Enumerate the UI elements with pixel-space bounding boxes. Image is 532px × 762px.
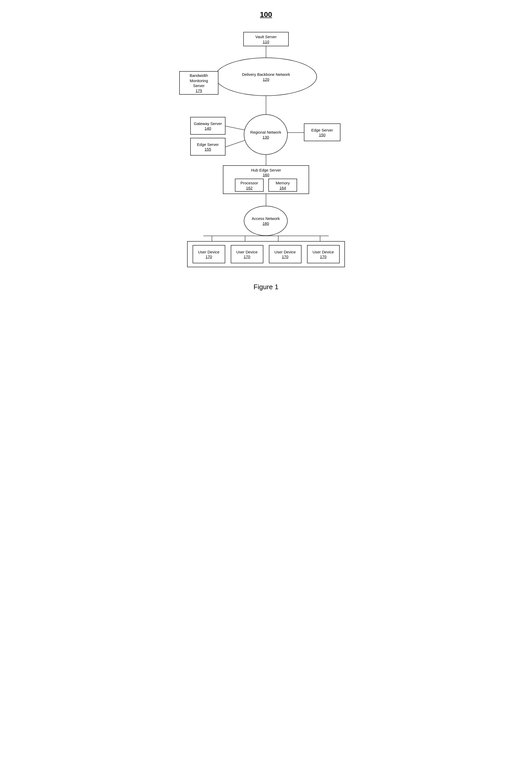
vault-server-id: 110 [263, 39, 269, 44]
user-device-3-label: User Device [274, 250, 296, 255]
vault-server-label: Vault Server [255, 34, 277, 39]
regional-network-label: Regional Network [250, 130, 281, 135]
processor-node: Processor 162 [235, 179, 264, 192]
vault-server-node: Vault Server 110 [243, 32, 289, 46]
delivery-backbone-node: Delivery Backbone Network 120 [215, 57, 317, 96]
svg-line-3 [226, 126, 244, 130]
access-network-label: Access Network [252, 216, 280, 221]
edge-server-155-id: 155 [205, 147, 211, 151]
bandwidth-monitoring-id: 175 [195, 88, 202, 93]
gateway-server-label: Gateway Server [194, 121, 222, 126]
user-device-4-node: User Device 170 [307, 245, 340, 263]
regional-network-node: Regional Network 130 [244, 114, 288, 155]
delivery-backbone-label: Delivery Backbone Network [242, 72, 290, 77]
user-device-1-node: User Device 170 [193, 245, 225, 263]
memory-node: Memory 164 [268, 179, 297, 192]
hub-edge-server-node: Hub Edge Server 160 Processor 162 Memory… [223, 165, 309, 194]
svg-line-4 [226, 140, 244, 147]
user-device-4-label: User Device [312, 250, 334, 255]
edge-server-155-node: Edge Server 155 [190, 138, 226, 156]
edge-server-155-label: Edge Server [197, 142, 219, 147]
bandwidth-monitoring-node: Bandwidth Monitoring Server 175 [179, 71, 219, 95]
gateway-server-id: 140 [205, 126, 211, 130]
edge-server-150-node: Edge Server 150 [304, 123, 341, 141]
hub-edge-server-id: 160 [263, 173, 269, 177]
regional-network-id: 130 [262, 135, 269, 139]
user-device-2-node: User Device 170 [231, 245, 263, 263]
processor-id: 162 [246, 186, 252, 190]
user-device-1-label: User Device [198, 250, 220, 255]
processor-label: Processor [240, 181, 258, 186]
user-device-3-id: 170 [282, 255, 288, 259]
access-network-node: Access Network 180 [244, 206, 288, 236]
user-device-2-id: 170 [243, 255, 250, 259]
memory-id: 164 [279, 186, 286, 190]
memory-label: Memory [276, 181, 290, 186]
gateway-server-node: Gateway Server 140 [190, 117, 226, 135]
bandwidth-monitoring-label: Bandwidth Monitoring Server [190, 73, 208, 88]
edge-server-150-label: Edge Server [311, 128, 333, 133]
user-devices-container: User Device 170 User Device 170 User Dev… [187, 241, 345, 267]
diagram-area: Vault Server 110 Delivery Backbone Netwo… [174, 27, 358, 275]
figure-caption: Figure 1 [174, 283, 358, 291]
user-device-2-label: User Device [236, 250, 258, 255]
edge-server-150-id: 150 [319, 132, 325, 137]
user-device-4-id: 170 [320, 255, 326, 259]
access-network-id: 180 [262, 221, 269, 226]
delivery-backbone-id: 120 [263, 77, 269, 82]
user-device-3-node: User Device 170 [269, 245, 301, 263]
hub-edge-server-label: Hub Edge Server [251, 168, 281, 173]
diagram-title: 100 [174, 11, 358, 19]
user-device-1-id: 170 [205, 255, 212, 259]
page-container: 100 [174, 5, 358, 301]
